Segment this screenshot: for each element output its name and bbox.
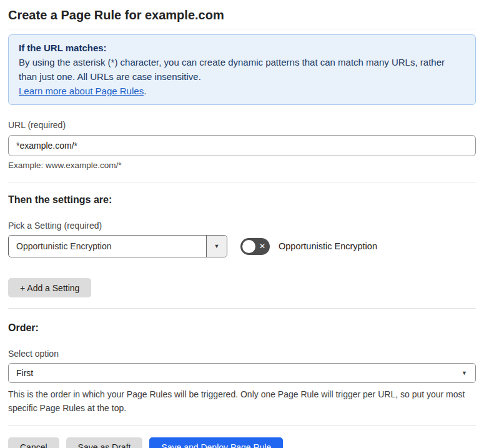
learn-more-link[interactable]: Learn more about Page Rules — [19, 86, 144, 96]
info-box-body: By using the asterisk (*) character, you… — [19, 55, 465, 84]
save-as-draft-button[interactable]: Save as Draft — [66, 437, 143, 448]
settings-section-heading: Then the settings are: — [8, 194, 476, 206]
page-rule-form: Create a Page Rule for example.com If th… — [0, 0, 484, 448]
toggle-off-x-icon: ✕ — [259, 242, 265, 250]
footer-actions: Cancel Save as Draft Save and Deploy Pag… — [8, 437, 476, 448]
info-box-body-text: By using the asterisk (*) character, you… — [19, 57, 445, 82]
divider — [8, 425, 476, 426]
save-and-deploy-button[interactable]: Save and Deploy Page Rule — [149, 437, 283, 448]
cancel-button[interactable]: Cancel — [8, 437, 59, 448]
setting-row: Opportunistic Encryption ▼ ✕ Opportunist… — [8, 235, 476, 257]
order-section-heading: Order: — [8, 322, 476, 334]
chevron-down-icon: ▼ — [462, 370, 467, 376]
url-field-label: URL (required) — [8, 120, 476, 130]
info-box-heading: If the URL matches: — [19, 41, 465, 55]
setting-select-value: Opportunistic Encryption — [9, 236, 206, 257]
setting-select[interactable]: Opportunistic Encryption ▼ — [8, 235, 227, 257]
order-select[interactable]: First ▼ — [8, 363, 476, 383]
order-help-text: This is the order in which your Page Rul… — [8, 387, 476, 415]
setting-select-arrow-button[interactable]: ▼ — [206, 236, 227, 257]
url-match-info-box: If the URL matches: By using the asteris… — [8, 34, 476, 105]
url-input[interactable] — [8, 135, 476, 156]
page-title: Create a Page Rule for example.com — [8, 0, 476, 29]
add-setting-button[interactable]: + Add a Setting — [8, 278, 91, 297]
order-select-value: First — [16, 368, 33, 378]
pick-setting-label: Pick a Setting (required) — [8, 221, 476, 231]
opportunistic-encryption-toggle[interactable]: ✕ — [240, 238, 270, 255]
order-select-label: Select option — [8, 349, 476, 359]
chevron-down-icon: ▼ — [214, 243, 220, 249]
url-example-text: Example: www.example.com/* — [8, 161, 476, 170]
toggle-label: Opportunistic Encryption — [279, 241, 377, 251]
divider — [8, 308, 476, 309]
link-suffix: . — [144, 86, 146, 96]
divider — [8, 182, 476, 182]
info-box-link-line: Learn more about Page Rules. — [19, 84, 465, 98]
toggle-knob — [242, 240, 255, 253]
